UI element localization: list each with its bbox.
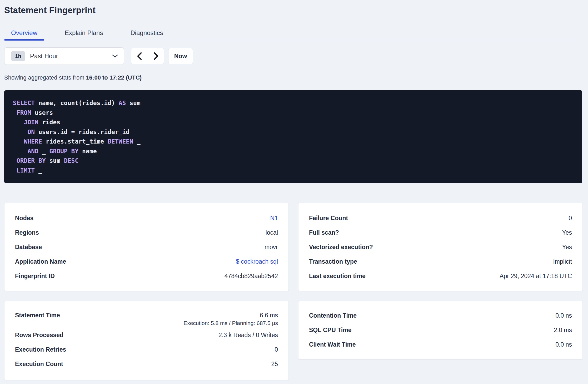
previous-interval-button[interactable] bbox=[131, 48, 148, 64]
chevron-left-icon bbox=[137, 52, 142, 60]
stat-value: 0 bbox=[275, 346, 278, 353]
stat-label: Statement Time bbox=[15, 312, 60, 319]
stat-subvalue: Execution: 5.8 ms / Planning: 687.5 µs bbox=[15, 320, 278, 328]
tab-explain-plans[interactable]: Explain Plans bbox=[58, 26, 110, 40]
stat-row-last-execution-time: Last execution timeApr 29, 2024 at 17:18… bbox=[309, 269, 572, 283]
stat-label: SQL CPU Time bbox=[309, 327, 351, 334]
statement-timing-card: Statement Time6.6 msExecution: 5.8 ms / … bbox=[4, 301, 289, 380]
time-range-label: Past Hour bbox=[30, 52, 58, 60]
stat-value: Yes bbox=[562, 229, 572, 236]
stat-row-application-name: Application Name$ cockroach sql bbox=[15, 254, 278, 269]
stat-value: 0.0 ns bbox=[555, 341, 572, 348]
page-title: Statement Fingerprint bbox=[4, 5, 96, 15]
stat-label: Rows Processed bbox=[15, 332, 63, 339]
chevron-right-icon bbox=[153, 52, 159, 60]
stat-label: Execution Count bbox=[15, 361, 63, 368]
stat-label: Transaction type bbox=[309, 258, 357, 265]
stat-row-fingerprint-id: Fingerprint ID4784cb829aab2542 bbox=[15, 269, 278, 283]
stat-label: Full scan? bbox=[309, 229, 339, 236]
stat-value: Apr 29, 2024 at 17:18 UTC bbox=[500, 273, 572, 280]
time-nav-group bbox=[131, 48, 164, 64]
execution-attributes-card: Failure Count0Full scan?YesVectorized ex… bbox=[298, 203, 583, 291]
stat-value: 2.0 ms bbox=[554, 327, 572, 334]
stat-value: 6.6 ms bbox=[260, 312, 278, 319]
stat-label: Vectorized execution? bbox=[309, 244, 373, 251]
stat-label: Fingerprint ID bbox=[15, 273, 55, 280]
stat-row-transaction-type: Transaction typeImplicit bbox=[309, 254, 572, 269]
tab-overview[interactable]: Overview bbox=[4, 26, 44, 40]
stat-label: Last execution time bbox=[309, 273, 366, 280]
stat-label: Nodes bbox=[15, 215, 33, 222]
aggregated-stats-prefix: Showing aggregated stats from bbox=[4, 74, 86, 81]
stat-row-full-scan: Full scan?Yes bbox=[309, 225, 572, 240]
stat-row-regions: Regionslocal bbox=[15, 225, 278, 240]
stat-row-rows-processed: Rows Processed2.3 k Reads / 0 Writes bbox=[15, 328, 278, 342]
stat-value: 4784cb829aab2542 bbox=[225, 273, 278, 280]
next-interval-button[interactable] bbox=[148, 48, 164, 64]
stat-row-failure-count: Failure Count0 bbox=[309, 211, 572, 225]
stat-row-execution-count: Execution Count25 bbox=[15, 357, 278, 371]
stat-label: Client Wait Time bbox=[309, 341, 356, 348]
stat-label: Application Name bbox=[15, 258, 66, 265]
stat-label: Database bbox=[15, 244, 42, 251]
stat-label: Execution Retries bbox=[15, 346, 66, 353]
tab-diagnostics[interactable]: Diagnostics bbox=[123, 26, 170, 40]
now-button[interactable]: Now bbox=[168, 48, 193, 64]
stat-value: 25 bbox=[271, 361, 278, 368]
wait-time-card: Contention Time0.0 nsSQL CPU Time2.0 msC… bbox=[298, 301, 583, 360]
stat-row-client-wait-time: Client Wait Time0.0 ns bbox=[309, 337, 572, 352]
time-range-badge: 1h bbox=[11, 51, 25, 61]
stat-value: 2.3 k Reads / 0 Writes bbox=[218, 332, 278, 339]
stat-value: local bbox=[266, 229, 278, 236]
sql-statement-box: SELECT name, count(rides.id) AS sum FROM… bbox=[4, 90, 582, 183]
stat-row-contention-time: Contention Time0.0 ns bbox=[309, 308, 572, 323]
stat-label: Regions bbox=[15, 229, 39, 236]
stat-value: 0.0 ns bbox=[555, 312, 572, 319]
statement-details-card: NodesN1RegionslocalDatabasemovrApplicati… bbox=[4, 203, 289, 291]
time-range-dropdown[interactable]: 1h Past Hour bbox=[4, 47, 124, 65]
stat-value: movr bbox=[265, 244, 278, 251]
sql-code: SELECT name, count(rides.id) AS sum FROM… bbox=[13, 98, 574, 175]
stat-value: Yes bbox=[562, 244, 572, 251]
stat-label: Failure Count bbox=[309, 215, 348, 222]
stat-row-database: Databasemovr bbox=[15, 240, 278, 254]
stat-value: Implicit bbox=[553, 258, 572, 265]
stat-row-execution-retries: Execution Retries0 bbox=[15, 342, 278, 357]
stat-label: Contention Time bbox=[309, 312, 357, 319]
aggregated-stats-text: Showing aggregated stats from 16:00 to 1… bbox=[4, 74, 142, 81]
stat-value: 0 bbox=[569, 215, 572, 222]
application-name-link[interactable]: $ cockroach sql bbox=[236, 258, 278, 265]
chevron-down-icon bbox=[112, 54, 118, 58]
time-controls: 1h Past Hour Now bbox=[4, 47, 193, 65]
stat-row-nodes: NodesN1 bbox=[15, 211, 278, 225]
stat-row-sql-cpu-time: SQL CPU Time2.0 ms bbox=[309, 323, 572, 337]
tab-bar: Overview Explain Plans Diagnostics bbox=[4, 26, 584, 40]
nodes-link[interactable]: N1 bbox=[270, 215, 278, 222]
stat-row-vectorized-execution: Vectorized execution?Yes bbox=[309, 240, 572, 254]
aggregated-stats-range: 16:00 to 17:22 (UTC) bbox=[86, 74, 142, 81]
